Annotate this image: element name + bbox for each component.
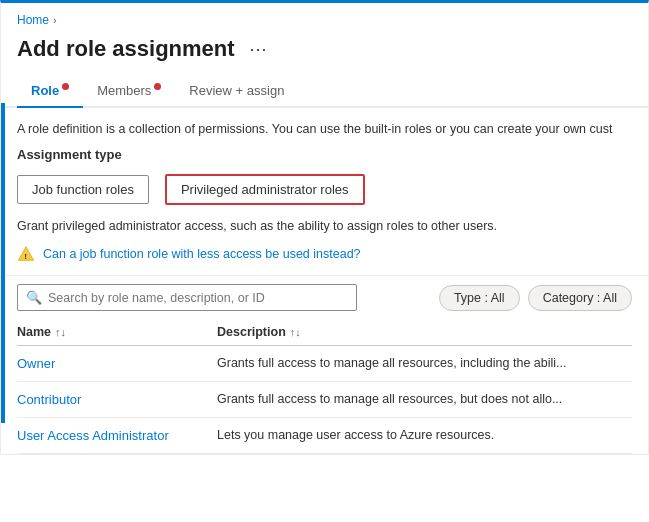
warning-text[interactable]: Can a job function role with less access… — [43, 247, 361, 261]
search-icon: 🔍 — [26, 290, 42, 305]
type-filter-button[interactable]: Type : All — [439, 285, 520, 311]
category-filter-button[interactable]: Category : All — [528, 285, 632, 311]
table-row: User Access Administrator Lets you manag… — [17, 418, 632, 454]
desc-sort-icon[interactable]: ↑↓ — [290, 326, 301, 338]
row-2-desc: Lets you manage user access to Azure res… — [217, 428, 632, 442]
warning-row: ! Can a job function role with less acce… — [1, 239, 648, 275]
page-title-row: Add role assignment ··· — [1, 31, 648, 75]
job-function-roles-button[interactable]: Job function roles — [17, 175, 149, 204]
breadcrumb-separator: › — [53, 14, 57, 26]
page-title: Add role assignment — [17, 36, 235, 62]
search-filter-row: 🔍 Type : All Category : All — [1, 275, 648, 319]
table: Name ↑↓ Description ↑↓ Owner Grants full… — [1, 319, 648, 454]
table-row: Owner Grants full access to manage all r… — [17, 346, 632, 382]
tab-members-dot — [154, 83, 161, 90]
assignment-type-label: Assignment type — [1, 145, 648, 170]
tab-role[interactable]: Role — [17, 75, 83, 108]
warning-icon: ! — [17, 245, 35, 263]
search-input[interactable] — [48, 291, 348, 305]
filter-buttons: Type : All Category : All — [439, 285, 632, 311]
tab-members[interactable]: Members — [83, 75, 175, 108]
tab-review[interactable]: Review + assign — [175, 75, 298, 108]
row-0-name[interactable]: Owner — [17, 356, 217, 371]
svg-text:!: ! — [24, 252, 27, 261]
name-sort-icon[interactable]: ↑↓ — [55, 326, 66, 338]
row-1-name[interactable]: Contributor — [17, 392, 217, 407]
row-0-desc: Grants full access to manage all resourc… — [217, 356, 632, 370]
role-type-buttons: Job function roles Privileged administra… — [1, 170, 648, 215]
row-1-desc: Grants full access to manage all resourc… — [217, 392, 632, 406]
table-row: Contributor Grants full access to manage… — [17, 382, 632, 418]
description-text: A role definition is a collection of per… — [1, 108, 648, 145]
search-box[interactable]: 🔍 — [17, 284, 357, 311]
row-2-name[interactable]: User Access Administrator — [17, 428, 217, 443]
table-header-row: Name ↑↓ Description ↑↓ — [17, 319, 632, 346]
grant-text: Grant privileged administrator access, s… — [1, 215, 648, 239]
privileged-admin-roles-button[interactable]: Privileged administrator roles — [165, 174, 365, 205]
col-name-header: Name ↑↓ — [17, 325, 217, 339]
col-desc-header: Description ↑↓ — [217, 325, 632, 339]
breadcrumb-home[interactable]: Home — [17, 13, 49, 27]
tabs-row: Role Members Review + assign — [1, 75, 648, 108]
tab-role-dot — [62, 83, 69, 90]
breadcrumb: Home › — [1, 3, 648, 31]
ellipsis-button[interactable]: ··· — [245, 35, 273, 63]
